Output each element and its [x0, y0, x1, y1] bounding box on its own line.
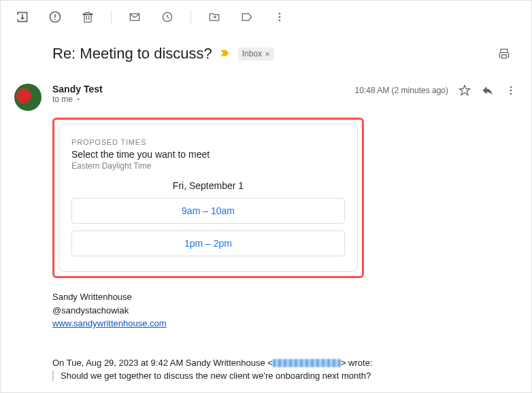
svg-rect-1 [54, 19, 56, 20]
toolbar-separator [190, 10, 191, 24]
sender-avatar[interactable] [14, 84, 41, 111]
proposed-times-card: PROPOSED TIMES Select the time you want … [59, 124, 358, 272]
recipient-line[interactable]: to me [52, 95, 355, 104]
svg-point-4 [279, 16, 281, 18]
time-slot-button[interactable]: 1pm – 2pm [71, 230, 345, 256]
inbox-label-text: Inbox [242, 49, 262, 58]
proposed-times-date: Fri, September 1 [71, 180, 345, 191]
signature-link[interactable]: www.sandywrittenhouse.com [52, 318, 167, 328]
importance-marker-icon[interactable] [219, 47, 231, 61]
signature-handle: @sandystachowiak [52, 304, 518, 318]
star-icon[interactable] [458, 84, 471, 97]
sender-name[interactable]: Sandy Test [52, 84, 355, 95]
signature-name: Sandy Writtenhouse [52, 290, 518, 304]
inbox-label-chip[interactable]: Inbox × [238, 48, 274, 61]
proposed-times-timezone: Eastern Daylight Time [71, 161, 345, 171]
labels-button[interactable] [233, 3, 261, 31]
svg-point-3 [279, 13, 281, 15]
move-to-button[interactable] [201, 3, 228, 31]
quoted-attribution: On Tue, Aug 29, 2023 at 9:42 AM Sandy Wr… [52, 358, 518, 368]
toolbar [1, 1, 531, 33]
svg-point-8 [510, 93, 512, 95]
svg-point-5 [279, 20, 281, 22]
archive-button[interactable] [9, 3, 36, 31]
more-options-icon[interactable] [504, 84, 518, 97]
more-button[interactable] [266, 3, 293, 31]
print-button[interactable] [491, 40, 518, 67]
expand-recipients-icon[interactable] [75, 96, 82, 103]
svg-point-6 [510, 86, 512, 88]
remove-label-icon[interactable]: × [265, 49, 270, 59]
snooze-button[interactable] [154, 3, 181, 31]
subject-row: Re: Meeting to discuss? Inbox × [14, 40, 518, 67]
proposed-times-highlight: PROPOSED TIMES Select the time you want … [52, 118, 364, 278]
email-subject: Re: Meeting to discuss? [52, 45, 212, 63]
mark-unread-button[interactable] [121, 3, 148, 31]
quoted-body: Should we get together to discuss the ne… [52, 371, 518, 381]
email-timestamp: 10:48 AM (2 minutes ago) [355, 86, 448, 95]
svg-rect-0 [54, 14, 56, 18]
delete-button[interactable] [74, 3, 101, 31]
toolbar-separator [111, 10, 112, 24]
time-slot-button[interactable]: 9am – 10am [71, 198, 345, 224]
reply-icon[interactable] [481, 84, 495, 97]
redacted-email [273, 359, 341, 367]
proposed-times-prompt: Select the time you want to meet [71, 149, 345, 160]
signature: Sandy Writtenhouse @sandystachowiak www.… [52, 290, 518, 330]
svg-point-7 [510, 90, 512, 92]
proposed-times-heading: PROPOSED TIMES [71, 138, 345, 146]
spam-button[interactable] [41, 3, 69, 31]
